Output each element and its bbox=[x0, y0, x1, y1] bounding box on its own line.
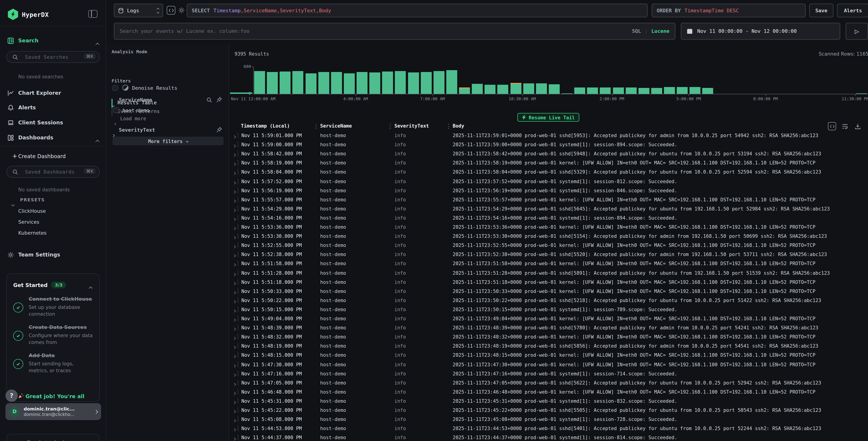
row-expand-icon[interactable] bbox=[233, 225, 236, 231]
facet-host-demo-checkbox[interactable] bbox=[114, 108, 119, 113]
load-more-link[interactable]: Load more bbox=[120, 116, 146, 121]
log-row[interactable]: Nov 11 5:46:48.000 PMhost-demoinfo2025-1… bbox=[229, 388, 868, 397]
log-row[interactable]: Nov 11 5:58:04.000 PMhost-demoinfo2025-1… bbox=[229, 168, 868, 177]
row-expand-icon[interactable] bbox=[233, 152, 236, 157]
log-row[interactable]: Nov 11 5:54:29.000 PMhost-demoinfo2025-1… bbox=[229, 205, 868, 214]
lucene-search-input[interactable]: Search your events w/ Lucene ex. column:… bbox=[114, 23, 675, 40]
log-row[interactable]: Nov 11 5:47:16.000 PMhost-demoinfo2025-1… bbox=[229, 369, 868, 378]
log-row[interactable]: Nov 11 5:45:31.000 PMhost-demoinfo2025-1… bbox=[229, 397, 868, 406]
row-expand-icon[interactable] bbox=[233, 399, 236, 405]
row-expand-icon[interactable] bbox=[233, 234, 236, 240]
row-expand-icon[interactable] bbox=[233, 161, 236, 167]
save-button[interactable]: Save bbox=[809, 4, 833, 17]
more-filters-button[interactable]: More filters bbox=[113, 137, 224, 145]
row-expand-icon[interactable] bbox=[233, 243, 236, 249]
log-row[interactable]: Nov 11 5:44:53.000 PMhost-demoinfo2025-1… bbox=[229, 424, 868, 433]
log-row[interactable]: Nov 11 5:58:19.000 PMhost-demoinfo2025-1… bbox=[229, 159, 868, 168]
row-expand-icon[interactable] bbox=[233, 390, 236, 395]
log-row[interactable]: Nov 11 5:50:22.000 PMhost-demoinfo2025-1… bbox=[229, 296, 868, 305]
log-row[interactable]: Nov 11 5:53:36.000 PMhost-demoinfo2025-1… bbox=[229, 223, 868, 232]
sidebar-item-search[interactable]: Search bbox=[0, 36, 106, 47]
events-histogram[interactable]: 600 0 Nov 11 12:00:00 AM4:00:00 AM7:00:0… bbox=[229, 64, 868, 102]
denoise-checkbox[interactable] bbox=[113, 85, 118, 91]
resume-live-tail-button[interactable]: Resume Live Tail bbox=[517, 113, 579, 122]
sidebar-item-dashboards[interactable]: Dashboards bbox=[0, 134, 106, 144]
histogram-bar[interactable] bbox=[267, 72, 278, 94]
log-row[interactable]: Nov 11 5:45:08.000 PMhost-demoinfo2025-1… bbox=[229, 415, 868, 424]
histogram-bar[interactable] bbox=[536, 83, 547, 94]
row-expand-icon[interactable] bbox=[233, 216, 236, 222]
service-group-chevron-icon[interactable] bbox=[112, 100, 114, 109]
source-select[interactable]: Logs bbox=[114, 4, 163, 17]
histogram-bar[interactable] bbox=[382, 71, 393, 94]
histogram-bar[interactable] bbox=[434, 71, 444, 94]
order-by-input[interactable]: ORDER BY TimestampTime DESC bbox=[652, 4, 806, 17]
row-expand-icon[interactable] bbox=[233, 170, 236, 176]
histogram-bar[interactable] bbox=[664, 87, 675, 94]
histogram-bar[interactable] bbox=[677, 87, 688, 94]
log-row[interactable]: Nov 11 5:47:05.000 PMhost-demoinfo2025-1… bbox=[229, 378, 868, 387]
log-row[interactable]: Nov 11 5:57:52.000 PMhost-demoinfo2025-1… bbox=[229, 177, 868, 186]
saved-dashboards-input[interactable]: Saved Dashboards ⌘K bbox=[6, 166, 100, 178]
select-clause-input[interactable]: SELECT Timestamp ,ServiceName,SeverityTe… bbox=[187, 4, 648, 17]
pin-icon[interactable] bbox=[216, 127, 222, 133]
histogram-bar[interactable] bbox=[485, 85, 496, 94]
row-expand-icon[interactable] bbox=[233, 381, 236, 386]
log-row[interactable]: Nov 11 5:51:58.000 PMhost-demoinfo2025-1… bbox=[229, 260, 868, 269]
log-row[interactable]: Nov 11 5:47:30.000 PMhost-demoinfo2025-1… bbox=[229, 360, 868, 369]
histogram-bar[interactable] bbox=[574, 87, 585, 94]
log-row[interactable]: Nov 11 5:52:38.000 PMhost-demoinfo2025-1… bbox=[229, 251, 868, 260]
col-timestamp[interactable]: Timestamp (Local) bbox=[241, 123, 290, 128]
histogram-bar[interactable] bbox=[856, 93, 867, 94]
presets-toggle[interactable] bbox=[12, 199, 14, 208]
saved-searches-input[interactable]: Saved Searches ⌘K bbox=[6, 51, 100, 63]
histogram-bar[interactable] bbox=[305, 73, 316, 94]
log-row[interactable]: Nov 11 5:55:57.000 PMhost-demoinfo2025-1… bbox=[229, 195, 868, 204]
column-resize-handle[interactable] bbox=[316, 124, 316, 129]
preset-services[interactable]: Services bbox=[18, 219, 39, 225]
row-expand-icon[interactable] bbox=[233, 408, 236, 414]
service-group-title[interactable]: ServiceName bbox=[119, 97, 152, 103]
row-expand-icon[interactable] bbox=[233, 188, 236, 194]
log-row[interactable]: Nov 11 5:59:01.000 PMhost-demoinfo2025-1… bbox=[229, 131, 868, 140]
collapse-card-icon[interactable] bbox=[89, 283, 92, 292]
row-expand-icon[interactable] bbox=[233, 436, 236, 441]
log-row[interactable]: Nov 11 5:58:42.000 PMhost-demoinfo2025-1… bbox=[229, 149, 868, 158]
col-severitytext[interactable]: SeverityText bbox=[394, 123, 429, 128]
row-expand-icon[interactable] bbox=[233, 289, 236, 295]
edit-sql-icon[interactable] bbox=[167, 6, 175, 14]
histogram-bar[interactable] bbox=[421, 72, 432, 94]
run-query-button[interactable]: ▷ bbox=[846, 23, 868, 40]
col-body[interactable]: Body bbox=[453, 123, 464, 128]
help-button[interactable]: ? bbox=[5, 389, 18, 402]
histogram-bar[interactable] bbox=[318, 72, 329, 94]
log-row[interactable]: Nov 11 5:51:28.000 PMhost-demoinfo2025-1… bbox=[229, 269, 868, 278]
row-expand-icon[interactable] bbox=[233, 353, 236, 359]
column-resize-handle[interactable] bbox=[448, 124, 449, 129]
log-row[interactable]: Nov 11 5:48:19.000 PMhost-demoinfo2025-1… bbox=[229, 342, 868, 351]
preset-clickhouse[interactable]: ClickHouse bbox=[18, 208, 46, 214]
row-expand-icon[interactable] bbox=[233, 335, 236, 340]
row-expand-icon[interactable] bbox=[233, 417, 236, 423]
alerts-button[interactable]: Alerts bbox=[837, 4, 868, 17]
sidebar-item-team-settings[interactable]: Team Settings bbox=[0, 251, 106, 261]
histogram-bar[interactable] bbox=[280, 71, 291, 94]
sidebar-item-client-sessions[interactable]: Client Sessions bbox=[0, 118, 106, 128]
histogram-bar[interactable] bbox=[690, 87, 701, 94]
sidebar-item-alerts[interactable]: Alerts bbox=[0, 104, 106, 113]
row-expand-icon[interactable] bbox=[233, 179, 236, 185]
date-range-picker[interactable]: Nov 11 00:00:00 - Nov 12 00:00:00 bbox=[681, 23, 840, 40]
create-dashboard-button[interactable]: + Create Dashboard bbox=[0, 152, 106, 162]
histogram-bar[interactable] bbox=[600, 88, 611, 94]
row-expand-icon[interactable] bbox=[233, 262, 236, 267]
source-settings-gear-icon[interactable] bbox=[178, 6, 185, 14]
histogram-bar[interactable] bbox=[331, 72, 342, 94]
histogram-bar[interactable] bbox=[549, 84, 560, 94]
severity-group-title[interactable]: SeverityText bbox=[119, 127, 155, 133]
histogram-bar[interactable] bbox=[523, 83, 534, 94]
log-row[interactable]: Nov 11 5:48:15.000 PMhost-demoinfo2025-1… bbox=[229, 351, 868, 360]
row-expand-icon[interactable] bbox=[233, 198, 236, 203]
sidebar-collapse-icon[interactable] bbox=[88, 10, 97, 18]
log-row[interactable]: Nov 11 5:56:19.000 PMhost-demoinfo2025-1… bbox=[229, 186, 868, 195]
row-expand-icon[interactable] bbox=[233, 298, 236, 304]
